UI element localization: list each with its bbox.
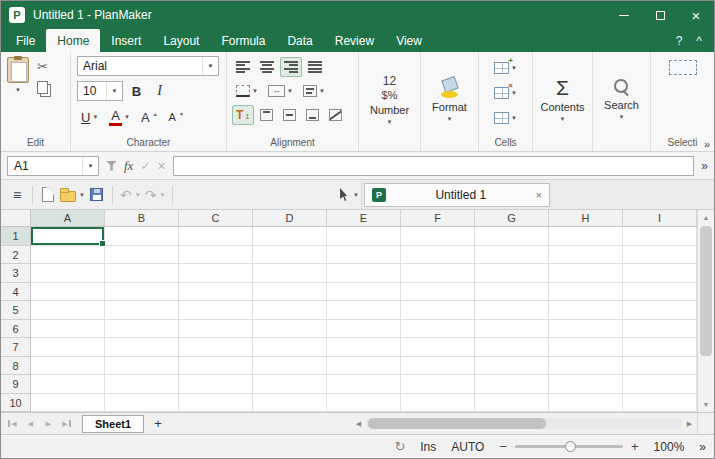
tab-formula[interactable]: Formula [210, 29, 276, 52]
font-size-dropdown-icon[interactable]: ▼ [106, 82, 122, 100]
delete-cells-dropdown-icon[interactable]: ▼ [511, 90, 517, 96]
cell-reference-dropdown-icon[interactable]: ▼ [82, 157, 98, 175]
cell-C1[interactable] [179, 227, 253, 246]
cell-G5[interactable] [475, 301, 549, 320]
minimize-button[interactable] [606, 1, 642, 29]
cell-B1[interactable] [105, 227, 179, 246]
undo-dropdown-icon[interactable]: ▼ [135, 192, 141, 198]
cell-F1[interactable] [401, 227, 475, 246]
cell-H6[interactable] [549, 320, 623, 339]
open-dropdown-icon[interactable]: ▼ [79, 192, 85, 198]
vertical-scrollbar[interactable]: ▲ ▼ [697, 210, 714, 412]
tab-review[interactable]: Review [324, 29, 385, 52]
cell-H4[interactable] [549, 283, 623, 302]
sidebar-menu-button[interactable]: ≡ [7, 183, 27, 207]
cell-D6[interactable] [253, 320, 327, 339]
align-center-button[interactable] [256, 57, 278, 77]
cell-G4[interactable] [475, 283, 549, 302]
close-button[interactable]: × [678, 1, 714, 29]
row-header-4[interactable]: 4 [1, 283, 31, 302]
column-header-D[interactable]: D [253, 210, 327, 227]
next-sheet-button[interactable]: ▶ [41, 416, 56, 432]
cell-F4[interactable] [401, 283, 475, 302]
merge-cells-button[interactable]: ↔▼ [264, 81, 297, 101]
cell-F5[interactable] [401, 301, 475, 320]
cell-B9[interactable] [105, 375, 179, 394]
scroll-right-icon[interactable]: ▶ [682, 420, 697, 428]
cell-G7[interactable] [475, 338, 549, 357]
cell-C9[interactable] [179, 375, 253, 394]
cell-I5[interactable] [623, 301, 697, 320]
last-sheet-button[interactable]: ▶ [59, 416, 74, 432]
horizontal-scrollbar-thumb[interactable] [368, 418, 546, 429]
vertical-scrollbar-thumb[interactable] [700, 226, 712, 356]
align-justify-button[interactable] [304, 57, 326, 77]
select-all-corner[interactable] [1, 210, 31, 227]
cell-E2[interactable] [327, 246, 401, 265]
filter-icon[interactable] [106, 161, 117, 171]
format-button[interactable]: Format ▼ [421, 52, 478, 151]
cell-D3[interactable] [253, 264, 327, 283]
cell-B10[interactable] [105, 394, 179, 413]
cell-C4[interactable] [179, 283, 253, 302]
row-header-5[interactable]: 5 [1, 301, 31, 320]
insert-cells-button[interactable]: + ▼ [490, 58, 521, 78]
cell-H8[interactable] [549, 357, 623, 376]
wrap-dropdown-icon[interactable]: ▼ [319, 88, 325, 94]
search-button[interactable]: Search ▼ [593, 52, 650, 151]
cell-F8[interactable] [401, 357, 475, 376]
horizontal-scrollbar-track[interactable] [366, 418, 682, 429]
row-header-8[interactable]: 8 [1, 357, 31, 376]
cut-icon[interactable]: ✂ [37, 60, 51, 73]
status-bar-overflow-button[interactable]: » [699, 440, 706, 454]
text-orientation-button[interactable]: T1 [232, 105, 254, 125]
align-right-button[interactable] [280, 57, 302, 77]
underline-dropdown-icon[interactable]: ▼ [92, 114, 98, 120]
copy-icon[interactable] [37, 81, 48, 94]
cell-E8[interactable] [327, 357, 401, 376]
paste-dropdown-icon[interactable]: ▼ [15, 87, 21, 93]
zoom-slider-thumb[interactable] [565, 441, 576, 452]
cell-reference-box[interactable]: A1 ▼ [7, 156, 99, 176]
cell-I4[interactable] [623, 283, 697, 302]
new-document-button[interactable] [38, 183, 58, 207]
pointer-mode-button[interactable]: ▼ [338, 183, 361, 207]
row-header-9[interactable]: 9 [1, 375, 31, 394]
wrap-text-button[interactable]: ▼ [299, 81, 329, 101]
scroll-up-icon[interactable]: ▲ [698, 210, 714, 225]
cell-B7[interactable] [105, 338, 179, 357]
cell-C10[interactable] [179, 394, 253, 413]
cell-C3[interactable] [179, 264, 253, 283]
font-size-select[interactable]: 10 ▼ [77, 81, 123, 101]
cell-F10[interactable] [401, 394, 475, 413]
scroll-down-icon[interactable]: ▼ [698, 397, 714, 412]
cell-I3[interactable] [623, 264, 697, 283]
borders-button[interactable]: ▼ [232, 81, 262, 101]
zoom-slider[interactable] [515, 445, 623, 448]
cell-E10[interactable] [327, 394, 401, 413]
row-header-7[interactable]: 7 [1, 338, 31, 357]
tab-layout[interactable]: Layout [152, 29, 210, 52]
column-header-I[interactable]: I [623, 210, 697, 227]
column-header-A[interactable]: A [31, 210, 105, 227]
cell-I10[interactable] [623, 394, 697, 413]
cell-D1[interactable] [253, 227, 327, 246]
cell-E3[interactable] [327, 264, 401, 283]
cell-G3[interactable] [475, 264, 549, 283]
cell-A8[interactable] [31, 357, 105, 376]
cell-I8[interactable] [623, 357, 697, 376]
cell-I1[interactable] [623, 227, 697, 246]
cell-size-dropdown-icon[interactable]: ▼ [511, 115, 517, 121]
previous-sheet-button[interactable]: ◀ [23, 416, 38, 432]
cell-size-button[interactable]: ▼ [490, 108, 521, 128]
document-tab[interactable]: P Untitled 1 × [364, 183, 550, 207]
grow-font-button[interactable]: A ▲ [137, 107, 162, 127]
cell-G1[interactable] [475, 227, 549, 246]
cell-B5[interactable] [105, 301, 179, 320]
cell-H7[interactable] [549, 338, 623, 357]
align-middle-button[interactable] [279, 105, 300, 125]
cell-A3[interactable] [31, 264, 105, 283]
collapse-ribbon-icon[interactable]: ^ [696, 34, 702, 48]
cell-G8[interactable] [475, 357, 549, 376]
cell-D5[interactable] [253, 301, 327, 320]
